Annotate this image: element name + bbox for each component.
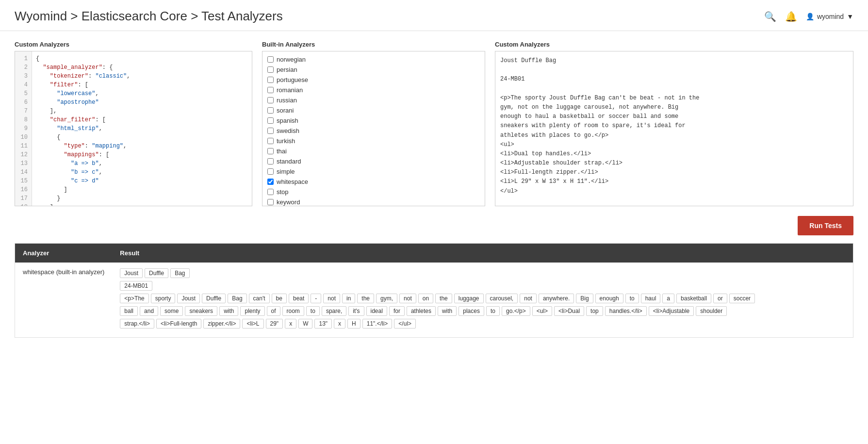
builtin-checkbox[interactable]: [267, 179, 274, 185]
token: to: [306, 306, 320, 316]
token: 11".</li>: [362, 319, 393, 329]
builtin-checkbox[interactable]: [267, 97, 274, 103]
token: luggage: [454, 294, 484, 303]
builtin-checkbox[interactable]: [267, 56, 274, 63]
run-tests-row: Run Tests: [15, 216, 853, 235]
token: to: [486, 306, 500, 316]
token: basketball: [676, 294, 711, 303]
token: ball: [120, 306, 138, 316]
token: ideal: [366, 306, 387, 316]
token: haul: [641, 294, 661, 303]
builtin-checkbox[interactable]: [267, 199, 274, 205]
token: <li>Full-length: [156, 319, 201, 329]
list-item: swedish: [267, 126, 480, 136]
run-tests-button[interactable]: Run Tests: [798, 216, 853, 235]
user-menu[interactable]: 👤 wyomind ▼: [806, 13, 853, 20]
token: to: [625, 294, 639, 303]
text-area-title: Custom Analyzers: [495, 41, 853, 48]
code-content[interactable]: { "sample_analyzer": { "tokenizer": "cla…: [32, 51, 252, 206]
builtin-item-label: standard: [277, 158, 301, 165]
result-cell: JoustDuffleBag24-MB01<p>ThesportyJoustDu…: [112, 263, 853, 338]
builtin-checkbox[interactable]: [267, 128, 274, 134]
token: Big: [576, 294, 593, 303]
list-item: spanish: [267, 115, 480, 126]
token: carousel,: [486, 294, 518, 303]
token: </ul>: [394, 319, 416, 329]
builtin-item-label: simple: [277, 168, 295, 175]
token: x: [334, 319, 345, 329]
token: not: [323, 294, 340, 303]
builtin-item-label: persian: [277, 66, 297, 73]
builtin-item-label: turkish: [277, 137, 295, 145]
token: can't: [249, 294, 270, 303]
main-content: Custom Analyzers 12345 678910 1112131415…: [0, 31, 868, 347]
line-numbers: 12345 678910 1112131415 1617181920 21: [15, 51, 32, 206]
list-item: norwegian: [267, 54, 480, 65]
token: room: [282, 306, 304, 316]
builtin-checkbox[interactable]: [267, 158, 274, 164]
list-item: portuguese: [267, 75, 480, 85]
search-icon[interactable]: 🔍: [764, 11, 776, 22]
token: athletes: [407, 306, 436, 316]
token: Joust: [120, 268, 143, 278]
builtin-checkbox[interactable]: [267, 87, 274, 93]
builtin-checkbox[interactable]: [267, 168, 274, 175]
builtin-checkbox[interactable]: [267, 77, 274, 83]
builtin-analyzer-panel: Built-in Analyzers norwegianpersianportu…: [262, 41, 485, 206]
list-item: keyword: [267, 197, 480, 206]
builtin-item-label: stop: [277, 188, 289, 196]
token: the: [435, 294, 452, 303]
builtin-checkbox[interactable]: [267, 148, 274, 154]
builtin-item-label: spanish: [277, 117, 298, 124]
token: anywhere.: [539, 294, 574, 303]
token: be: [272, 294, 287, 303]
token: <p>The: [120, 294, 148, 303]
code-editor[interactable]: 12345 678910 1112131415 1617181920 21 { …: [15, 51, 252, 206]
builtin-item-label: portuguese: [277, 76, 308, 83]
builtin-checkbox[interactable]: [267, 189, 274, 195]
page-title: Wyomind > Elasticsearch Core > Test Anal…: [15, 9, 283, 24]
token: of: [267, 306, 280, 316]
builtin-item-label: romanian: [277, 86, 303, 94]
builtin-checkbox[interactable]: [267, 66, 274, 73]
token: Joust: [177, 294, 200, 303]
token: beat: [289, 294, 309, 303]
builtin-item-label: norwegian: [277, 56, 306, 63]
token: not: [399, 294, 416, 303]
three-col-layout: Custom Analyzers 12345 678910 1112131415…: [15, 41, 853, 206]
token: some: [160, 306, 183, 316]
token: on: [418, 294, 433, 303]
token: go.</p>: [502, 306, 530, 316]
token: <li>Dual: [554, 306, 584, 316]
token: gym,: [376, 294, 397, 303]
token: places: [459, 306, 484, 316]
text-area-panel: Custom Analyzers Joust Duffle Bag 24-MB0…: [495, 41, 853, 206]
token-area: 24-MB01: [120, 281, 845, 291]
token: strap.</li>: [120, 319, 154, 329]
token: -: [311, 294, 321, 303]
bell-icon[interactable]: 🔔: [785, 11, 797, 22]
header-actions: 🔍 🔔 👤 wyomind ▼: [764, 11, 853, 22]
token: <li>L: [242, 319, 263, 329]
token: sporty: [151, 294, 176, 303]
chevron-down-icon: ▼: [847, 13, 853, 20]
text-area[interactable]: Joust Duffle Bag 24-MB01 <p>The sporty J…: [495, 51, 853, 206]
builtin-checkbox[interactable]: [267, 117, 274, 124]
token: x: [285, 319, 296, 329]
builtin-checkbox[interactable]: [267, 138, 274, 144]
builtin-item-label: thai: [277, 148, 287, 155]
table-header-row: Analyzer Result: [15, 244, 853, 263]
token: <ul>: [532, 306, 552, 316]
token: plenty: [240, 306, 264, 316]
token: with: [219, 306, 238, 316]
col-result: Result: [112, 244, 853, 263]
builtin-checkbox[interactable]: [267, 107, 274, 114]
analyzer-cell: whitespace (built-in analyzer): [15, 263, 113, 338]
list-item: whitespace: [267, 177, 480, 187]
token: top: [586, 306, 603, 316]
header: Wyomind > Elasticsearch Core > Test Anal…: [0, 0, 868, 31]
token: enough: [595, 294, 623, 303]
builtin-list: norwegianpersianportugueseromanianrussia…: [262, 51, 485, 206]
token: soccer: [729, 294, 755, 303]
list-item: stop: [267, 187, 480, 197]
